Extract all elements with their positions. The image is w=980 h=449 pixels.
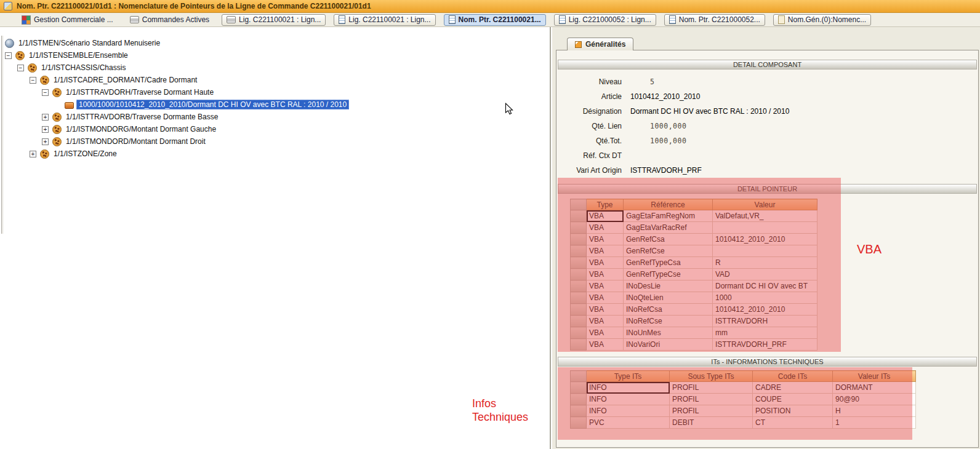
collapse-icon[interactable]: − (5, 52, 12, 59)
tab-8[interactable]: Nom.Gén.(0):Nomenc... (773, 14, 871, 26)
collapse-icon[interactable]: − (30, 77, 36, 84)
tree-item[interactable]: +1/1/ISTTRAVDORB/Traverse Dormante Basse (0, 111, 550, 123)
tab-5[interactable]: Nom. Ptr. C221100021... (444, 14, 546, 26)
cell[interactable]: POSITION (753, 405, 833, 417)
row-selector[interactable] (571, 327, 587, 339)
tab-1[interactable]: Gestion Commerciale ... (17, 14, 118, 26)
cell[interactable]: INFO (587, 394, 670, 405)
tree-item[interactable]: +1/1/ISTMONDORG/Montant Dormant Gauche (0, 123, 550, 135)
collapse-icon[interactable]: − (17, 65, 24, 71)
cell[interactable]: DORMANT (833, 382, 916, 394)
cell[interactable]: VBA (587, 327, 624, 339)
cell[interactable]: PROFIL (670, 394, 753, 405)
tree-item[interactable]: 1/1/ISTMEN/Scénario Standard Menuiserie (0, 37, 550, 49)
row-selector[interactable] (571, 210, 587, 222)
column-header[interactable]: Valeur (713, 199, 817, 210)
cell[interactable]: 1010412_2010_2010 (713, 304, 817, 316)
column-header[interactable]: Code ITs (753, 371, 833, 382)
row-selector[interactable] (571, 316, 587, 327)
collapse-icon[interactable]: − (42, 89, 49, 96)
cell[interactable]: VBA (587, 316, 624, 327)
cell[interactable]: R (713, 257, 817, 269)
cell[interactable]: VBA (587, 292, 624, 304)
cell[interactable]: PROFIL (670, 405, 753, 417)
tree-item[interactable]: −1/1/ISTTRAVDORH/Traverse Dormant Haute (0, 86, 550, 98)
column-header[interactable]: Référence (624, 199, 713, 210)
column-header[interactable]: Sous Type ITs (670, 371, 753, 382)
cell[interactable]: INFO (587, 405, 670, 417)
title-bar[interactable]: Nom. Ptr. C221100021/01d1 : Nomenclature… (0, 0, 980, 13)
cell[interactable]: VBA (587, 210, 624, 222)
cell[interactable]: mm (713, 327, 817, 339)
tree-item[interactable]: −1/1/ISTCHASSIS/Chassis (0, 62, 550, 74)
tab-6[interactable]: Lig. C221000052 : Lign... (554, 14, 656, 26)
cell[interactable] (713, 245, 817, 257)
cell[interactable]: ValDefaut,VR_ (713, 210, 817, 222)
cell[interactable]: GenRefCsa (624, 234, 713, 245)
cell[interactable]: VBA (587, 269, 624, 280)
cell[interactable]: COUPE (753, 394, 833, 405)
cell[interactable]: VBA (587, 245, 624, 257)
cell[interactable]: GenRefCse (624, 245, 713, 257)
cell[interactable]: GagEtaVarRacRef (624, 222, 713, 234)
cell[interactable]: VBA (587, 280, 624, 292)
cell[interactable]: DEBIT (670, 417, 753, 429)
row-selector[interactable] (571, 245, 587, 257)
cell[interactable]: INoDesLie (624, 280, 713, 292)
cell[interactable]: INFO (587, 382, 670, 394)
tab-3[interactable]: Lig. C221100021 : Lign... (222, 14, 326, 26)
cell[interactable]: GenRefTypeCse (624, 269, 713, 280)
cell[interactable]: VBA (587, 257, 624, 269)
tab-7[interactable]: Nom. Ptr. C221000052... (664, 14, 765, 26)
tree-item[interactable]: +1/1/ISTZONE/Zone (0, 148, 550, 160)
row-selector[interactable] (571, 292, 587, 304)
left-splitter[interactable] (1, 36, 3, 234)
cell[interactable]: Dormant DC HI OV avec BT (713, 280, 817, 292)
cell[interactable]: INoRefCsa (624, 304, 713, 316)
column-header[interactable]: Valeur ITs (833, 371, 916, 382)
row-selector[interactable] (571, 405, 587, 417)
row-selector[interactable] (571, 339, 587, 351)
expand-icon[interactable]: + (42, 126, 49, 133)
cell[interactable]: INoUnMes (624, 327, 713, 339)
cell[interactable]: GenRefTypeCsa (624, 257, 713, 269)
cell[interactable]: INoQteLien (624, 292, 713, 304)
tree-item[interactable]: −1/1/ISTENSEMBLE/Ensemble (0, 49, 550, 62)
cell[interactable]: VBA (587, 304, 624, 316)
tab-2[interactable]: Commandes Actives (126, 14, 214, 26)
row-selector[interactable] (571, 222, 587, 234)
cell[interactable]: 1000 (713, 292, 817, 304)
tree-item[interactable]: 1000/1000/1010412_2010_2010/Dormant DC H… (0, 98, 550, 111)
expand-icon[interactable]: + (30, 151, 36, 157)
tab-generalites[interactable]: Généralités (567, 38, 633, 50)
row-selector[interactable] (571, 280, 587, 292)
cell[interactable]: VBA (587, 234, 624, 245)
row-selector[interactable] (571, 394, 587, 405)
row-selector[interactable] (571, 257, 587, 269)
cell[interactable]: VBA (587, 339, 624, 351)
cell[interactable]: VAD (713, 269, 817, 280)
cell[interactable]: 1010412_2010_2010 (713, 234, 817, 245)
row-selector[interactable] (571, 234, 587, 245)
tab-4[interactable]: Lig. C221100021 : Lign... (334, 14, 435, 26)
cell[interactable]: PROFIL (670, 382, 753, 394)
column-header[interactable]: Type ITs (587, 371, 670, 382)
cell[interactable]: INoVariOri (624, 339, 713, 351)
tree-item[interactable]: +1/1/ISTMONDORD/Montant Dormant Droit (0, 135, 550, 148)
tree-item[interactable]: −1/1/ISTCADRE_DORMANT/Cadre Dormant (0, 74, 550, 86)
expand-icon[interactable]: + (42, 114, 49, 121)
row-selector[interactable] (571, 269, 587, 280)
cell[interactable] (713, 222, 817, 234)
cell[interactable]: CADRE (753, 382, 833, 394)
row-selector[interactable] (571, 304, 587, 316)
expand-icon[interactable]: + (42, 138, 49, 145)
column-header[interactable]: Type (587, 199, 624, 210)
cell[interactable]: 1 (833, 417, 916, 429)
cell[interactable]: GagEtaFamRegNom (624, 210, 713, 222)
cell[interactable]: VBA (587, 222, 624, 234)
cell[interactable]: H (833, 405, 916, 417)
cell[interactable]: PVC (587, 417, 670, 429)
cell[interactable]: INoRefCse (624, 316, 713, 327)
row-selector[interactable] (571, 382, 587, 394)
cell[interactable]: CT (753, 417, 833, 429)
